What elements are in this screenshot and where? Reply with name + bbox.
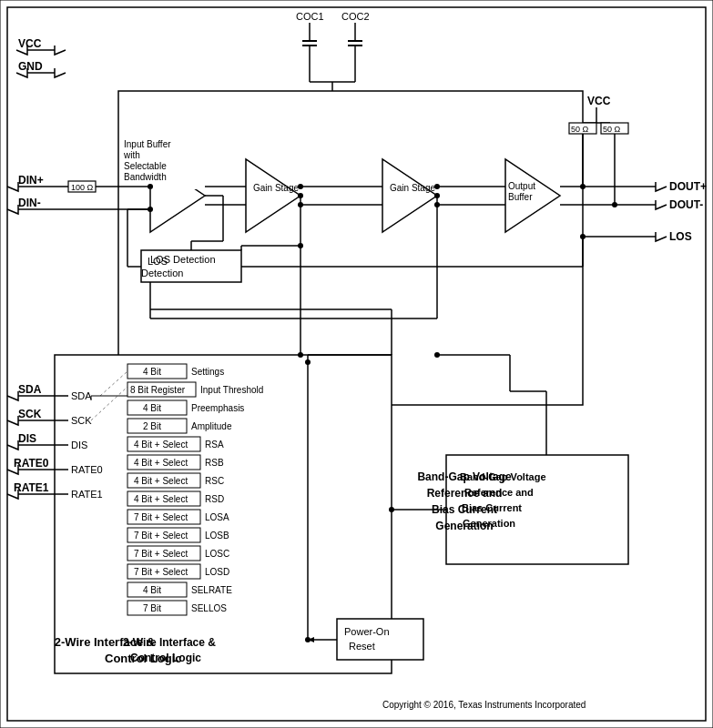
output-buffer-label: Output [508, 181, 535, 191]
svg-point-102 [305, 359, 311, 365]
input-thresh-label: Input Threshold [200, 385, 263, 395]
losc-label: LOSC [205, 549, 229, 559]
input-buffer-label3: Selectable [124, 161, 167, 171]
rsa-4bit-label: 4 Bit + Select [134, 440, 188, 450]
din-neg-label: DIN- [18, 197, 41, 209]
rate0-label: RATE0 [14, 457, 49, 470]
rsb-4bit-label: 4 Bit + Select [134, 458, 188, 468]
rsd-4bit-label: 4 Bit + Select [134, 494, 188, 504]
sda-port-label: SDA [71, 390, 92, 401]
bg4: Generation [463, 518, 515, 529]
amplitude-2bit-label: 2 Bit [143, 421, 161, 431]
svg-point-108 [389, 507, 394, 512]
sellos-7bit-label: 7 Bit [143, 603, 161, 613]
los-det2: Detection [141, 268, 183, 278]
interface-title2: Control Logic [130, 652, 201, 664]
losb-7bit-label: 7 Bit + Select [134, 531, 188, 541]
svg-point-70 [434, 193, 440, 198]
rsd-label: RSD [205, 494, 224, 504]
settings-label: Settings [191, 367, 224, 377]
vcc-label: VCC [18, 37, 42, 50]
resistor-50a-label: 50 Ω [571, 125, 589, 134]
svg-point-28 [148, 184, 153, 189]
svg-point-42 [434, 184, 440, 189]
rate1-label: RATE1 [14, 481, 49, 494]
input-thresh-8bit-label: 8 Bit Register [130, 385, 186, 395]
resistor-100-label: 100 Ω [71, 183, 94, 192]
svg-point-113 [434, 352, 440, 358]
selrate-label: SELRATE [191, 585, 232, 595]
losa-7bit-label: 7 Bit + Select [134, 512, 188, 522]
input-buffer-label: Input Buffer [124, 139, 171, 149]
input-buffer-label4: Bandwidth [124, 172, 167, 182]
diagram-container: VCC GND COC1 COC2 Offset Cancellation [0, 0, 713, 728]
svg-point-104 [298, 243, 303, 248]
output-buffer-label2: Buffer [508, 192, 533, 202]
sck-label: SCK [18, 408, 42, 420]
gnd-label: GND [18, 60, 43, 73]
sda-label: SDA [18, 383, 42, 396]
bg2: Reference and [464, 487, 534, 498]
gain-stage1-label: Gain Stage [253, 183, 299, 193]
copyright-label: Copyright © 2016, Texas Instruments Inco… [382, 700, 586, 710]
gain-stage2-label: Gain Stage [390, 183, 435, 193]
rsc-4bit-label: 4 Bit + Select [134, 476, 188, 486]
selrate-4bit-label: 4 Bit [143, 585, 161, 595]
rsb-label: RSB [205, 458, 224, 468]
svg-point-105 [298, 352, 303, 358]
settings-4bit-label: 4 Bit [143, 367, 161, 377]
losb-label: LOSB [205, 531, 229, 541]
coc2-label: COC2 [341, 11, 370, 22]
rate1-port-label: RATE1 [71, 489, 103, 500]
losc-7bit-label: 7 Bit + Select [134, 549, 188, 559]
vcc-top-right-label: VCC [587, 95, 611, 107]
preemphasis-label: Preemphasis [191, 403, 244, 413]
sellos-label: SELLOS [191, 603, 227, 613]
bg1: Band-Gap Voltage [460, 471, 546, 482]
rsa-label: RSA [205, 440, 224, 450]
dout-neg-label: DOUT- [669, 198, 703, 211]
losd-label: LOSD [205, 567, 229, 577]
losd-7bit-label: 7 Bit + Select [134, 567, 188, 577]
los-det1: LOS [148, 256, 168, 267]
dis-label: DIS [18, 432, 36, 445]
coc1-label: COC1 [296, 11, 324, 22]
resistor-50b-label: 50 Ω [603, 125, 621, 134]
din-pos-label: DIN+ [18, 174, 44, 187]
power-on-reset-label: Power-On [344, 626, 390, 637]
svg-point-73 [580, 234, 586, 239]
rsc-label: RSC [205, 476, 224, 486]
svg-point-66 [298, 193, 303, 198]
rate0-port-label: RATE0 [71, 464, 103, 475]
interface-title1: 2-Wire Interface & [123, 636, 216, 649]
input-buffer-label2: with [123, 150, 140, 160]
svg-rect-114 [337, 619, 423, 660]
sck-port-label: SCK [71, 415, 92, 426]
losa-label: LOSA [205, 512, 229, 522]
bg3: Bias Current [462, 502, 522, 513]
amplitude-label: Amplitude [191, 421, 232, 431]
dis-port-label: DIS [71, 440, 87, 450]
svg-point-37 [298, 184, 303, 189]
preemphasis-4bit-label: 4 Bit [143, 403, 161, 413]
dout-pos-label: DOUT+ [669, 180, 707, 193]
power-on-reset-label2: Reset [349, 641, 375, 652]
los-label: LOS [669, 230, 692, 243]
